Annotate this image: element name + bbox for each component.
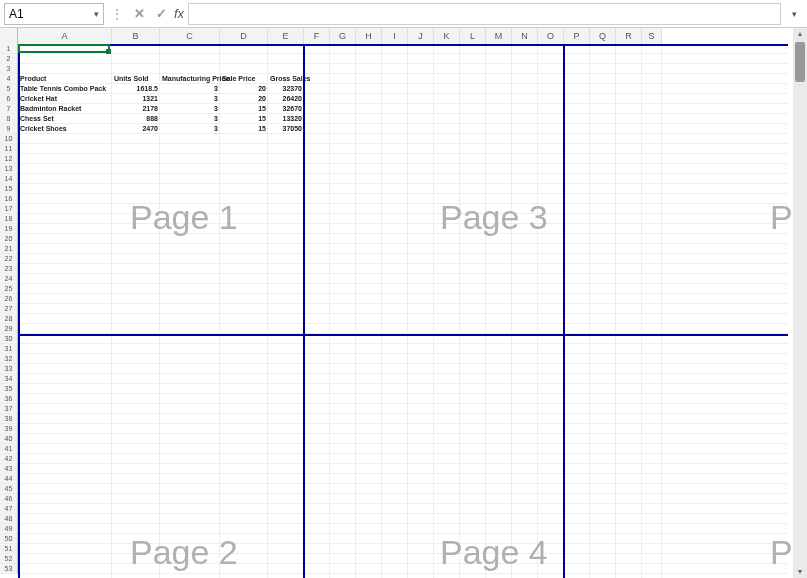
row-header[interactable]: 36 (0, 394, 17, 404)
row-header[interactable]: 53 (0, 564, 17, 574)
cell[interactable]: 3 (162, 114, 218, 124)
row-header[interactable]: 25 (0, 284, 17, 294)
row-header[interactable]: 51 (0, 544, 17, 554)
row-header[interactable]: 15 (0, 184, 17, 194)
cell[interactable]: Units Sold (114, 74, 149, 84)
scroll-down-icon[interactable]: ▾ (793, 566, 807, 578)
cell[interactable]: 20 (222, 94, 266, 104)
row-header[interactable]: 7 (0, 104, 17, 114)
column-header[interactable]: L (460, 28, 486, 44)
cell[interactable]: 20 (222, 84, 266, 94)
column-header[interactable]: H (356, 28, 382, 44)
row-header[interactable]: 23 (0, 264, 17, 274)
cell[interactable]: 3 (162, 124, 218, 134)
column-header[interactable]: D (220, 28, 268, 44)
cell[interactable]: 15 (222, 124, 266, 134)
cell[interactable]: Table Tennis Combo Pack (20, 84, 106, 94)
column-header[interactable]: M (486, 28, 512, 44)
column-header[interactable]: N (512, 28, 538, 44)
row-header[interactable]: 38 (0, 414, 17, 424)
row-header[interactable]: 5 (0, 84, 17, 94)
cell[interactable]: Manufacturing Price (162, 74, 229, 84)
fx-icon[interactable]: fx (174, 6, 184, 21)
column-header[interactable]: G (330, 28, 356, 44)
cell[interactable]: 32670 (270, 104, 302, 114)
cell[interactable]: Product (20, 74, 46, 84)
row-header[interactable]: 18 (0, 214, 17, 224)
row-header[interactable]: 24 (0, 274, 17, 284)
cell[interactable]: Badminton Racket (20, 104, 81, 114)
formula-input[interactable] (188, 3, 781, 25)
cell[interactable]: 2470 (114, 124, 158, 134)
row-header[interactable]: 44 (0, 474, 17, 484)
row-header[interactable]: 45 (0, 484, 17, 494)
column-header[interactable]: P (564, 28, 590, 44)
row-header[interactable]: 39 (0, 424, 17, 434)
row-header[interactable]: 46 (0, 494, 17, 504)
row-header[interactable]: 31 (0, 344, 17, 354)
column-header[interactable]: E (268, 28, 304, 44)
column-header[interactable]: J (408, 28, 434, 44)
row-header[interactable]: 19 (0, 224, 17, 234)
row-header[interactable]: 22 (0, 254, 17, 264)
column-header[interactable]: F (304, 28, 330, 44)
row-header[interactable]: 35 (0, 384, 17, 394)
select-all-corner[interactable] (0, 28, 18, 44)
row-header[interactable]: 48 (0, 514, 17, 524)
column-header[interactable]: A (18, 28, 112, 44)
row-header[interactable]: 33 (0, 364, 17, 374)
row-header[interactable]: 49 (0, 524, 17, 534)
expand-down-icon[interactable]: ▾ (785, 9, 803, 19)
row-header[interactable]: 21 (0, 244, 17, 254)
cell[interactable]: 13320 (270, 114, 302, 124)
row-header[interactable]: 43 (0, 464, 17, 474)
row-header[interactable]: 9 (0, 124, 17, 134)
cell[interactable]: 1618.5 (114, 84, 158, 94)
row-header[interactable]: 11 (0, 144, 17, 154)
cell[interactable]: 2178 (114, 104, 158, 114)
row-header[interactable]: 16 (0, 194, 17, 204)
vertical-scrollbar[interactable]: ▴ ▾ (793, 28, 807, 578)
row-header[interactable]: 10 (0, 134, 17, 144)
column-header[interactable]: C (160, 28, 220, 44)
row-header[interactable]: 20 (0, 234, 17, 244)
accept-icon[interactable]: ✓ (152, 6, 170, 21)
row-header[interactable]: 41 (0, 444, 17, 454)
chevron-down-icon[interactable]: ▾ (94, 9, 99, 19)
row-header[interactable]: 13 (0, 164, 17, 174)
row-header[interactable]: 50 (0, 534, 17, 544)
row-header[interactable]: 37 (0, 404, 17, 414)
column-header[interactable]: O (538, 28, 564, 44)
row-header[interactable]: 2 (0, 54, 17, 64)
cancel-icon[interactable]: ✕ (130, 6, 148, 21)
row-header[interactable]: 17 (0, 204, 17, 214)
row-header[interactable]: 12 (0, 154, 17, 164)
row-header[interactable]: 30 (0, 334, 17, 344)
cell[interactable]: Sale Price (222, 74, 255, 84)
row-header[interactable]: 29 (0, 324, 17, 334)
name-box[interactable]: A1 ▾ (4, 3, 104, 25)
cell[interactable]: 888 (114, 114, 158, 124)
row-header[interactable]: 52 (0, 554, 17, 564)
column-header[interactable]: B (112, 28, 160, 44)
cell[interactable]: 3 (162, 84, 218, 94)
scrollbar-thumb[interactable] (795, 42, 805, 82)
row-header[interactable]: 42 (0, 454, 17, 464)
cell[interactable]: 26420 (270, 94, 302, 104)
cell[interactable]: 15 (222, 104, 266, 114)
cell[interactable]: Chess Set (20, 114, 54, 124)
row-header[interactable]: 32 (0, 354, 17, 364)
cell[interactable]: Cricket Hat (20, 94, 57, 104)
row-header[interactable]: 6 (0, 94, 17, 104)
row-header[interactable]: 3 (0, 64, 17, 74)
column-header[interactable]: I (382, 28, 408, 44)
scroll-up-icon[interactable]: ▴ (793, 28, 807, 40)
row-header[interactable]: 8 (0, 114, 17, 124)
active-cell[interactable] (18, 44, 110, 53)
row-header[interactable]: 27 (0, 304, 17, 314)
column-header[interactable]: R (616, 28, 642, 44)
cell[interactable]: 1321 (114, 94, 158, 104)
cell[interactable]: 32370 (270, 84, 302, 94)
column-header[interactable]: S (642, 28, 662, 44)
row-header[interactable]: 28 (0, 314, 17, 324)
